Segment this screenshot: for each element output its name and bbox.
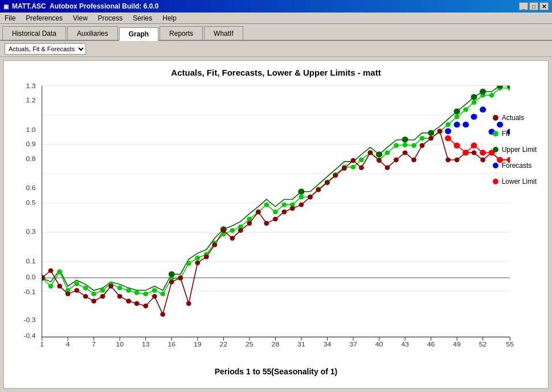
- svg-point-165: [342, 166, 347, 171]
- svg-point-124: [428, 130, 434, 136]
- svg-point-172: [403, 150, 408, 155]
- tab-graph[interactable]: Graph: [119, 27, 158, 41]
- maximize-button[interactable]: □: [529, 2, 538, 10]
- svg-point-127: [480, 89, 486, 95]
- svg-point-130: [39, 275, 44, 280]
- svg-point-144: [160, 312, 165, 316]
- fit-label: Fit: [502, 130, 509, 138]
- forecasts-label: Forecasts: [502, 162, 532, 170]
- menu-series[interactable]: Series: [130, 14, 154, 22]
- tab-bar: Historical Data Auxiliaries Graph Report…: [0, 24, 552, 41]
- toolbar: Actuals, Fit & Forecasts Actuals Only Fo…: [0, 41, 552, 57]
- svg-point-126: [471, 94, 477, 100]
- svg-point-162: [316, 187, 321, 192]
- graph-type-dropdown[interactable]: Actuals, Fit & Forecasts Actuals Only Fo…: [5, 43, 86, 55]
- svg-point-155: [256, 209, 261, 214]
- svg-point-73: [126, 288, 131, 292]
- svg-point-142: [143, 303, 148, 308]
- svg-point-64: [48, 284, 54, 288]
- svg-point-121: [298, 188, 304, 195]
- svg-point-176: [437, 129, 443, 133]
- menu-preferences[interactable]: Preferences: [23, 14, 65, 22]
- svg-point-76: [152, 288, 157, 292]
- svg-point-67: [74, 282, 79, 286]
- svg-text:34: 34: [324, 341, 332, 349]
- svg-point-180: [472, 150, 477, 155]
- svg-point-129: [507, 82, 513, 89]
- svg-text:-0.3: -0.3: [24, 316, 36, 324]
- svg-point-159: [290, 206, 295, 211]
- minimize-button[interactable]: _: [519, 2, 528, 10]
- tab-whatif[interactable]: WhatIf: [204, 26, 243, 40]
- svg-point-170: [385, 165, 390, 170]
- svg-point-112: [463, 107, 468, 112]
- menu-file[interactable]: File: [2, 14, 18, 22]
- svg-point-136: [91, 299, 96, 303]
- svg-text:31: 31: [297, 341, 305, 349]
- svg-point-113: [472, 100, 477, 105]
- svg-text:22: 22: [220, 341, 228, 349]
- tab-auxiliaries[interactable]: Auxiliaries: [67, 26, 118, 40]
- svg-point-103: [385, 150, 390, 155]
- legend-fit: Fit: [493, 130, 537, 138]
- legend-forecasts: Forecasts: [493, 162, 537, 170]
- svg-point-175: [428, 136, 434, 141]
- actuals-dot: [493, 115, 498, 121]
- svg-text:52: 52: [479, 341, 487, 349]
- svg-point-81: [195, 255, 200, 260]
- svg-point-153: [238, 228, 243, 233]
- svg-point-89: [264, 203, 269, 207]
- svg-point-181: [480, 158, 485, 162]
- svg-point-99: [351, 164, 356, 169]
- svg-point-193: [445, 135, 451, 142]
- chart-svg: 1.3 1.2 1.0 0.9 0.8 0.6 0.5 0.3 0.1 0.0 …: [4, 80, 548, 367]
- close-button[interactable]: ✕: [539, 2, 549, 10]
- forecasts-dot: [493, 163, 498, 168]
- svg-point-196: [471, 142, 477, 148]
- svg-point-158: [281, 209, 287, 214]
- svg-text:0.6: 0.6: [26, 184, 36, 192]
- svg-point-189: [480, 106, 486, 113]
- svg-point-115: [489, 93, 494, 97]
- svg-point-69: [91, 291, 96, 296]
- menu-process[interactable]: Process: [96, 14, 125, 22]
- svg-text:0.1: 0.1: [26, 257, 36, 265]
- svg-text:55: 55: [506, 341, 514, 349]
- svg-point-174: [420, 143, 425, 148]
- svg-text:43: 43: [401, 341, 409, 349]
- svg-point-138: [108, 284, 113, 288]
- svg-point-177: [445, 158, 451, 162]
- svg-point-80: [186, 261, 191, 266]
- svg-point-149: [204, 254, 209, 259]
- svg-point-156: [264, 221, 269, 225]
- svg-point-194: [454, 142, 460, 148]
- svg-point-122: [376, 151, 382, 158]
- upper-limit-dot: [493, 147, 498, 152]
- svg-text:16: 16: [167, 341, 175, 349]
- svg-point-145: [169, 279, 174, 284]
- svg-point-68: [83, 286, 88, 290]
- svg-text:1.2: 1.2: [26, 96, 36, 104]
- svg-point-171: [394, 158, 399, 162]
- svg-text:25: 25: [246, 341, 253, 349]
- svg-point-110: [445, 122, 451, 127]
- tab-reports[interactable]: Reports: [160, 26, 203, 40]
- svg-point-119: [169, 271, 175, 278]
- svg-point-100: [359, 158, 364, 162]
- tab-historical-data[interactable]: Historical Data: [2, 26, 66, 40]
- svg-point-131: [48, 268, 54, 273]
- title-bar-left: ▣ MATT.ASC Autobox Professional Build: 6…: [3, 2, 158, 10]
- svg-point-168: [368, 150, 373, 155]
- svg-text:1: 1: [40, 341, 44, 349]
- menu-view[interactable]: View: [71, 14, 90, 22]
- svg-text:0.9: 0.9: [26, 140, 36, 148]
- svg-point-72: [117, 286, 122, 290]
- svg-point-104: [394, 143, 399, 148]
- svg-point-197: [480, 150, 486, 156]
- menu-help[interactable]: Help: [160, 14, 179, 22]
- svg-point-93: [299, 195, 304, 199]
- svg-text:0.0: 0.0: [26, 274, 36, 282]
- svg-point-87: [247, 217, 252, 221]
- chart-wrapper: 1.3 1.2 1.0 0.9 0.8 0.6 0.5 0.3 0.1 0.0 …: [4, 80, 548, 367]
- svg-point-77: [160, 291, 165, 296]
